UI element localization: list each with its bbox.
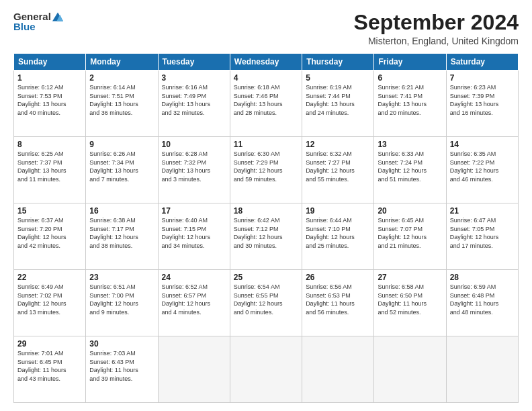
header-friday: Friday (374, 54, 446, 71)
table-row (158, 336, 230, 403)
day-number: 11 (234, 140, 298, 149)
day-info: Sunrise: 6:21 AM Sunset: 7:41 PM Dayligh… (378, 83, 442, 117)
day-number: 21 (450, 206, 515, 216)
table-row: 27Sunrise: 6:58 AM Sunset: 6:50 PM Dayli… (374, 270, 446, 336)
day-number: 3 (162, 73, 226, 83)
day-info: Sunrise: 6:58 AM Sunset: 6:50 PM Dayligh… (378, 283, 442, 316)
day-info: Sunrise: 6:38 AM Sunset: 7:17 PM Dayligh… (89, 216, 154, 250)
logo-blue-text: Blue (13, 21, 36, 32)
day-info: Sunrise: 6:33 AM Sunset: 7:24 PM Dayligh… (378, 150, 442, 183)
day-number: 17 (162, 206, 226, 216)
calendar-week-row: 15Sunrise: 6:37 AM Sunset: 7:20 PM Dayli… (14, 203, 519, 270)
day-info: Sunrise: 6:28 AM Sunset: 7:32 PM Dayligh… (162, 150, 226, 183)
day-number: 1 (17, 73, 82, 83)
table-row: 15Sunrise: 6:37 AM Sunset: 7:20 PM Dayli… (14, 203, 86, 270)
table-row: 16Sunrise: 6:38 AM Sunset: 7:17 PM Dayli… (86, 203, 158, 270)
day-info: Sunrise: 6:56 AM Sunset: 6:53 PM Dayligh… (306, 283, 370, 316)
day-info: Sunrise: 7:01 AM Sunset: 6:45 PM Dayligh… (17, 349, 82, 383)
day-info: Sunrise: 6:40 AM Sunset: 7:15 PM Dayligh… (162, 216, 226, 250)
table-row: 21Sunrise: 6:47 AM Sunset: 7:05 PM Dayli… (446, 203, 518, 270)
day-info: Sunrise: 6:54 AM Sunset: 6:55 PM Dayligh… (234, 283, 298, 316)
header-saturday: Saturday (446, 54, 518, 71)
table-row: 26Sunrise: 6:56 AM Sunset: 6:53 PM Dayli… (302, 270, 374, 336)
table-row: 5Sunrise: 6:19 AM Sunset: 7:44 PM Daylig… (302, 71, 374, 137)
table-row: 8Sunrise: 6:25 AM Sunset: 7:37 PM Daylig… (14, 137, 86, 203)
header-monday: Monday (86, 54, 158, 71)
day-number: 29 (17, 339, 82, 349)
calendar-table: Sunday Monday Tuesday Wednesday Thursday… (13, 53, 519, 403)
day-number: 2 (89, 73, 154, 83)
table-row (374, 336, 446, 403)
header-wednesday: Wednesday (230, 54, 302, 71)
calendar-week-row: 22Sunrise: 6:49 AM Sunset: 7:02 PM Dayli… (14, 270, 519, 336)
day-info: Sunrise: 6:23 AM Sunset: 7:39 PM Dayligh… (450, 83, 515, 117)
day-number: 15 (17, 206, 82, 216)
day-number: 12 (306, 140, 370, 149)
day-number: 9 (89, 140, 154, 149)
table-row (230, 336, 302, 403)
day-info: Sunrise: 6:18 AM Sunset: 7:46 PM Dayligh… (234, 83, 298, 117)
day-number: 8 (17, 140, 82, 149)
location: Misterton, England, United Kingdom (354, 36, 519, 46)
day-info: Sunrise: 6:42 AM Sunset: 7:12 PM Dayligh… (234, 216, 298, 250)
day-info: Sunrise: 6:47 AM Sunset: 7:05 PM Dayligh… (450, 216, 515, 250)
table-row: 9Sunrise: 6:26 AM Sunset: 7:34 PM Daylig… (86, 137, 158, 203)
day-info: Sunrise: 6:19 AM Sunset: 7:44 PM Dayligh… (306, 83, 370, 117)
table-row: 20Sunrise: 6:45 AM Sunset: 7:07 PM Dayli… (374, 203, 446, 270)
table-row: 12Sunrise: 6:32 AM Sunset: 7:27 PM Dayli… (302, 137, 374, 203)
day-number: 18 (234, 206, 298, 216)
day-number: 27 (378, 273, 442, 282)
table-row: 19Sunrise: 6:44 AM Sunset: 7:10 PM Dayli… (302, 203, 374, 270)
day-number: 24 (162, 273, 226, 282)
table-row: 11Sunrise: 6:30 AM Sunset: 7:29 PM Dayli… (230, 137, 302, 203)
day-info: Sunrise: 6:44 AM Sunset: 7:10 PM Dayligh… (306, 216, 370, 250)
day-number: 14 (450, 140, 515, 149)
calendar-header-row: Sunday Monday Tuesday Wednesday Thursday… (14, 54, 519, 71)
day-number: 30 (89, 339, 154, 349)
day-number: 26 (306, 273, 370, 282)
table-row: 10Sunrise: 6:28 AM Sunset: 7:32 PM Dayli… (158, 137, 230, 203)
table-row (446, 336, 518, 403)
day-info: Sunrise: 6:16 AM Sunset: 7:49 PM Dayligh… (162, 83, 226, 117)
table-row: 23Sunrise: 6:51 AM Sunset: 7:00 PM Dayli… (86, 270, 158, 336)
table-row: 14Sunrise: 6:35 AM Sunset: 7:22 PM Dayli… (446, 137, 518, 203)
header-tuesday: Tuesday (158, 54, 230, 71)
title-block: September 2024 Misterton, England, Unite… (354, 11, 519, 46)
table-row: 17Sunrise: 6:40 AM Sunset: 7:15 PM Dayli… (158, 203, 230, 270)
header: General Blue September 2024 Misterton, E… (13, 11, 519, 46)
day-info: Sunrise: 6:52 AM Sunset: 6:57 PM Dayligh… (162, 283, 226, 316)
day-number: 16 (89, 206, 154, 216)
day-number: 19 (306, 206, 370, 216)
calendar-page: General Blue September 2024 Misterton, E… (0, 0, 532, 411)
logo-icon (52, 11, 63, 22)
day-info: Sunrise: 6:45 AM Sunset: 7:07 PM Dayligh… (378, 216, 442, 250)
day-info: Sunrise: 6:14 AM Sunset: 7:51 PM Dayligh… (89, 83, 154, 117)
logo: General Blue (13, 11, 63, 32)
day-info: Sunrise: 6:25 AM Sunset: 7:37 PM Dayligh… (17, 150, 82, 183)
day-info: Sunrise: 6:59 AM Sunset: 6:48 PM Dayligh… (450, 283, 515, 316)
day-number: 28 (450, 273, 515, 282)
day-info: Sunrise: 6:51 AM Sunset: 7:00 PM Dayligh… (89, 283, 154, 316)
table-row: 30Sunrise: 7:03 AM Sunset: 6:43 PM Dayli… (86, 336, 158, 403)
table-row (302, 336, 374, 403)
day-number: 6 (378, 73, 442, 83)
day-number: 5 (306, 73, 370, 83)
day-number: 20 (378, 206, 442, 216)
table-row: 22Sunrise: 6:49 AM Sunset: 7:02 PM Dayli… (14, 270, 86, 336)
day-info: Sunrise: 7:03 AM Sunset: 6:43 PM Dayligh… (89, 349, 154, 383)
day-info: Sunrise: 6:37 AM Sunset: 7:20 PM Dayligh… (17, 216, 82, 250)
table-row: 6Sunrise: 6:21 AM Sunset: 7:41 PM Daylig… (374, 71, 446, 137)
day-info: Sunrise: 6:49 AM Sunset: 7:02 PM Dayligh… (17, 283, 82, 316)
calendar-week-row: 1Sunrise: 6:12 AM Sunset: 7:53 PM Daylig… (14, 71, 519, 137)
day-number: 4 (234, 73, 298, 83)
header-thursday: Thursday (302, 54, 374, 71)
day-number: 13 (378, 140, 442, 149)
table-row: 29Sunrise: 7:01 AM Sunset: 6:45 PM Dayli… (14, 336, 86, 403)
day-info: Sunrise: 6:26 AM Sunset: 7:34 PM Dayligh… (89, 150, 154, 183)
table-row: 3Sunrise: 6:16 AM Sunset: 7:49 PM Daylig… (158, 71, 230, 137)
table-row: 24Sunrise: 6:52 AM Sunset: 6:57 PM Dayli… (158, 270, 230, 336)
day-info: Sunrise: 6:32 AM Sunset: 7:27 PM Dayligh… (306, 150, 370, 183)
day-info: Sunrise: 6:12 AM Sunset: 7:53 PM Dayligh… (17, 83, 82, 117)
table-row: 18Sunrise: 6:42 AM Sunset: 7:12 PM Dayli… (230, 203, 302, 270)
table-row: 1Sunrise: 6:12 AM Sunset: 7:53 PM Daylig… (14, 71, 86, 137)
